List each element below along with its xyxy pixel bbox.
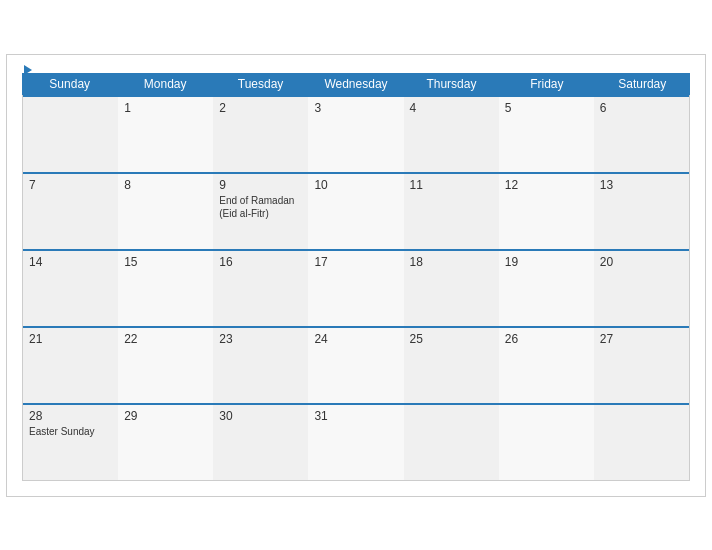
day-number: 23	[219, 332, 302, 346]
day-number: 4	[410, 101, 493, 115]
day-cell	[404, 405, 499, 480]
day-cell: 1	[118, 97, 213, 172]
event-text: End of Ramadan (Eid al-Fitr)	[219, 194, 302, 220]
day-cell: 10	[308, 174, 403, 249]
header-thursday: Thursday	[404, 73, 499, 95]
day-cell: 12	[499, 174, 594, 249]
week-row-2: 789End of Ramadan (Eid al-Fitr)10111213	[23, 172, 689, 249]
calendar-container: Sunday Monday Tuesday Wednesday Thursday…	[6, 54, 706, 497]
week-row-1: 123456	[23, 95, 689, 172]
day-number: 8	[124, 178, 207, 192]
day-cell: 26	[499, 328, 594, 403]
day-headers-row: Sunday Monday Tuesday Wednesday Thursday…	[22, 73, 690, 95]
day-number: 21	[29, 332, 112, 346]
calendar-grid: 123456789End of Ramadan (Eid al-Fitr)101…	[22, 95, 690, 481]
day-number: 9	[219, 178, 302, 192]
day-cell: 22	[118, 328, 213, 403]
day-number: 26	[505, 332, 588, 346]
logo-blue-text	[22, 65, 32, 75]
day-cell: 20	[594, 251, 689, 326]
day-number: 3	[314, 101, 397, 115]
day-cell	[594, 405, 689, 480]
header-saturday: Saturday	[595, 73, 690, 95]
day-number: 2	[219, 101, 302, 115]
day-number: 29	[124, 409, 207, 423]
header-friday: Friday	[499, 73, 594, 95]
day-cell: 29	[118, 405, 213, 480]
day-number: 12	[505, 178, 588, 192]
day-cell: 3	[308, 97, 403, 172]
logo-triangle-icon	[24, 65, 32, 75]
day-number: 5	[505, 101, 588, 115]
day-cell: 19	[499, 251, 594, 326]
day-cell: 9End of Ramadan (Eid al-Fitr)	[213, 174, 308, 249]
day-cell	[499, 405, 594, 480]
day-number: 10	[314, 178, 397, 192]
day-number: 6	[600, 101, 683, 115]
day-cell: 14	[23, 251, 118, 326]
day-cell: 8	[118, 174, 213, 249]
day-number: 25	[410, 332, 493, 346]
day-cell: 16	[213, 251, 308, 326]
day-cell: 28Easter Sunday	[23, 405, 118, 480]
day-number: 16	[219, 255, 302, 269]
day-number: 24	[314, 332, 397, 346]
day-cell: 18	[404, 251, 499, 326]
day-number: 13	[600, 178, 683, 192]
day-cell: 6	[594, 97, 689, 172]
day-number: 19	[505, 255, 588, 269]
header-sunday: Sunday	[22, 73, 117, 95]
day-number: 28	[29, 409, 112, 423]
day-cell: 25	[404, 328, 499, 403]
event-text: Easter Sunday	[29, 425, 112, 438]
day-number: 18	[410, 255, 493, 269]
header-monday: Monday	[117, 73, 212, 95]
week-row-3: 14151617181920	[23, 249, 689, 326]
day-number: 17	[314, 255, 397, 269]
day-cell: 13	[594, 174, 689, 249]
day-number: 30	[219, 409, 302, 423]
day-cell: 7	[23, 174, 118, 249]
day-number: 20	[600, 255, 683, 269]
day-cell: 23	[213, 328, 308, 403]
day-number: 11	[410, 178, 493, 192]
day-number: 22	[124, 332, 207, 346]
day-cell: 15	[118, 251, 213, 326]
day-cell: 2	[213, 97, 308, 172]
day-cell: 5	[499, 97, 594, 172]
day-number: 14	[29, 255, 112, 269]
header-wednesday: Wednesday	[308, 73, 403, 95]
day-number: 15	[124, 255, 207, 269]
day-number: 7	[29, 178, 112, 192]
day-cell: 17	[308, 251, 403, 326]
week-row-5: 28Easter Sunday293031	[23, 403, 689, 481]
day-number: 31	[314, 409, 397, 423]
day-cell: 11	[404, 174, 499, 249]
day-cell: 31	[308, 405, 403, 480]
day-number: 27	[600, 332, 683, 346]
day-cell: 27	[594, 328, 689, 403]
header-tuesday: Tuesday	[213, 73, 308, 95]
day-cell: 24	[308, 328, 403, 403]
day-cell: 30	[213, 405, 308, 480]
day-cell: 4	[404, 97, 499, 172]
day-cell: 21	[23, 328, 118, 403]
day-number: 1	[124, 101, 207, 115]
week-row-4: 21222324252627	[23, 326, 689, 403]
day-cell	[23, 97, 118, 172]
logo	[22, 65, 32, 75]
